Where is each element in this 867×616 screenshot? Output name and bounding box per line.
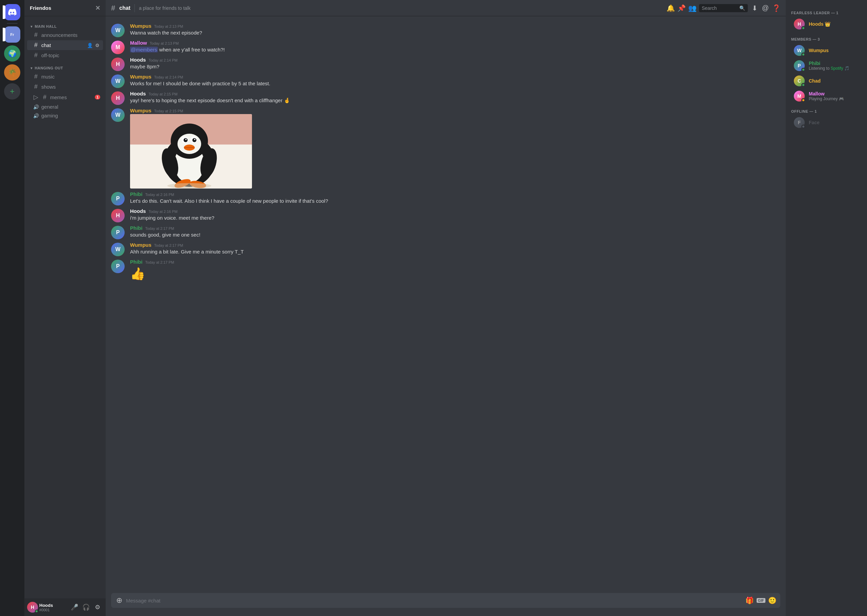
svg-point-12	[194, 139, 195, 140]
status-indicator	[801, 68, 806, 72]
channel-name: chat	[41, 42, 51, 48]
channel-name: general	[41, 104, 58, 110]
message-text: Ahh running a bit late. Give me a minute…	[130, 248, 780, 256]
channel-item-general[interactable]: 🔊 general	[27, 102, 103, 111]
deafen-button[interactable]: 🎧	[80, 602, 91, 613]
bell-icon[interactable]: 🔔	[667, 4, 675, 12]
member-info: Wumpus	[809, 48, 862, 53]
message-content: Hoods Today at 2:15 PM yay! here's to ho…	[130, 91, 780, 105]
message-input[interactable]	[126, 593, 743, 608]
channel-name: shows	[41, 84, 56, 90]
member-item-face[interactable]: F Face	[788, 115, 864, 130]
add-server-button[interactable]: +	[4, 83, 20, 99]
svg-point-6	[178, 134, 201, 154]
avatar: W	[111, 243, 124, 256]
member-info: Mallow Playing Journey 🎮	[809, 91, 862, 101]
channel-item-chat[interactable]: # chat 👤 ⚙	[27, 40, 103, 50]
message-text: Let's do this. Can't wait. Also I think …	[130, 198, 780, 205]
channel-item-gaming[interactable]: 🔊 gaming	[27, 112, 103, 120]
user-settings-button[interactable]: ⚙	[92, 602, 103, 613]
member-item-mallow[interactable]: M Mallow Playing Journey 🎮	[788, 89, 864, 104]
search-input[interactable]	[702, 5, 738, 11]
message-text: maybe 8pm?	[130, 63, 780, 71]
gif-button[interactable]: GIF	[757, 598, 765, 603]
server-name: Friendos	[30, 5, 51, 11]
pin-icon[interactable]: 📌	[677, 4, 686, 12]
member-item-chad[interactable]: C Chad	[788, 74, 864, 88]
search-box[interactable]: 🔍	[699, 4, 748, 12]
message-group: P Phibi Today at 2:17 PM 👍	[105, 258, 786, 284]
inbox-icon[interactable]: ⬇	[751, 4, 758, 12]
member-item-wumpus[interactable]: W Wumpus	[788, 43, 864, 58]
channel-name: off-topic	[41, 52, 59, 58]
message-group: H Hoods Today at 2:14 PM maybe 8pm?	[105, 55, 786, 72]
avatar: P	[111, 226, 124, 239]
unread-badge: 1	[95, 95, 100, 99]
message-input-box: ⊕ 🎁 GIF 🙂	[111, 593, 780, 608]
activity-name: Journey	[823, 96, 838, 101]
gift-icon[interactable]: 🎁	[746, 596, 754, 605]
message-timestamp: Today at 2:13 PM	[154, 24, 183, 28]
message-text: sounds good, give me one sec!	[130, 231, 780, 239]
settings-icon[interactable]: ⚙	[94, 42, 100, 49]
add-member-icon[interactable]: 👤	[87, 42, 93, 49]
server-icon-2[interactable]: 🌍	[4, 46, 20, 61]
channel-item-music[interactable]: # music	[27, 72, 103, 82]
home-button[interactable]	[4, 4, 20, 20]
member-avatar: P	[794, 60, 805, 71]
input-actions: 🎁 GIF 🙂	[746, 596, 776, 605]
channel-item-shows[interactable]: # shows	[27, 82, 103, 92]
message-meta: Phibi Today at 2:17 PM	[130, 225, 780, 231]
message-author: Wumpus	[130, 108, 151, 113]
message-author: Phibi	[130, 259, 143, 265]
member-avatar: H	[794, 19, 805, 30]
member-avatar: F	[794, 117, 805, 128]
message-timestamp: Today at 2:16 PM	[145, 193, 175, 196]
member-item-hoods[interactable]: H Hoods 👑	[788, 17, 864, 31]
header-actions: 🔔 📌 👥 🔍 ⬇ @ ❓	[667, 4, 780, 12]
category-hanging-out[interactable]: ▼ HANGING OUT	[24, 61, 105, 71]
mute-button[interactable]: 🎤	[69, 602, 80, 613]
server-more-icon[interactable]: ✕	[95, 5, 100, 12]
server-name-header[interactable]: Friendos ✕	[24, 0, 105, 16]
message-timestamp: Today at 2:15 PM	[154, 109, 183, 113]
server-icon-3[interactable]: 🌴	[4, 64, 20, 80]
message-group: W Wumpus Today at 2:15 PM	[105, 106, 786, 190]
channel-sidebar: Friendos ✕ ▼ MAIN HALL # announcements #…	[24, 0, 105, 616]
message-author: Phibi	[130, 191, 143, 197]
username: Hoods	[39, 603, 68, 608]
category-main-hall[interactable]: ▼ MAIN HALL	[24, 19, 105, 30]
member-avatar: M	[794, 91, 805, 102]
server-divider	[7, 23, 17, 24]
message-timestamp: Today at 2:16 PM	[149, 209, 178, 214]
mention: @members	[130, 47, 158, 52]
message-group: W Wumpus Today at 2:13 PM Wanna watch th…	[105, 22, 786, 39]
member-name: Wumpus	[809, 48, 862, 53]
message-author: Phibi	[130, 225, 143, 231]
message-content: Phibi Today at 2:16 PM Let's do this. Ca…	[130, 191, 780, 206]
status-indicator	[801, 26, 806, 30]
channel-item-off-topic[interactable]: # off-topic	[27, 50, 103, 60]
emoji-button[interactable]: 🙂	[768, 596, 776, 605]
message-timestamp: Today at 2:17 PM	[154, 244, 183, 247]
channel-item-announcements[interactable]: # announcements	[27, 30, 103, 40]
member-item-phibi[interactable]: P Phibi Listening to Spotify 🎵	[788, 58, 864, 73]
at-icon[interactable]: @	[762, 4, 769, 12]
message-meta: Wumpus Today at 2:13 PM	[130, 23, 780, 29]
message-author: Wumpus	[130, 23, 151, 29]
message-timestamp: Today at 2:15 PM	[149, 92, 178, 96]
avatar: W	[111, 24, 124, 37]
members-icon[interactable]: 👥	[688, 4, 696, 12]
help-icon[interactable]: ❓	[772, 4, 780, 12]
voice-channel-icon: 🔊	[33, 104, 39, 110]
avatar: H	[111, 209, 124, 222]
message-group: W Wumpus Today at 2:17 PM Ahh running a …	[105, 240, 786, 258]
server-icon-friendos[interactable]: Fr	[4, 27, 20, 42]
channel-item-memes[interactable]: ▷ # memes 1	[27, 92, 103, 102]
avatar: W	[111, 74, 124, 88]
add-attachment-button[interactable]: ⊕	[115, 593, 123, 608]
message-group: P Phibi Today at 2:16 PM Let's do this. …	[105, 190, 786, 207]
member-name: Chad	[809, 78, 862, 83]
message-author: Hoods	[130, 57, 146, 63]
member-info: Phibi Listening to Spotify 🎵	[809, 61, 862, 71]
